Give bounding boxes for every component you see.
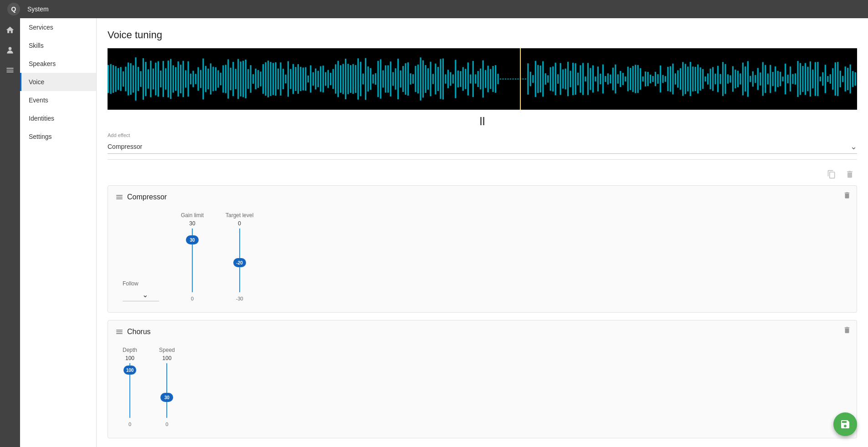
add-effect-value: Compressor [108, 143, 142, 150]
svg-rect-178 [547, 75, 549, 82]
svg-rect-195 [590, 68, 591, 90]
svg-rect-98 [347, 64, 349, 94]
chorus-delete-button[interactable] [843, 326, 851, 336]
svg-rect-246 [717, 66, 719, 92]
svg-rect-4 [113, 65, 114, 93]
svg-rect-16 [143, 58, 144, 100]
target-level-track[interactable]: -20 [239, 229, 240, 292]
menu-icon-button[interactable] [2, 62, 18, 78]
svg-rect-173 [535, 61, 536, 97]
svg-rect-193 [585, 76, 586, 81]
svg-rect-147 [470, 75, 471, 84]
svg-rect-49 [225, 65, 226, 93]
svg-rect-124 [412, 74, 414, 84]
svg-rect-87 [320, 66, 321, 91]
sidebar-item-skills[interactable]: Skills [20, 36, 96, 55]
delete-top-button[interactable] [842, 167, 857, 182]
svg-rect-96 [342, 64, 344, 94]
chorus-header: Chorus [115, 328, 849, 336]
svg-rect-239 [700, 67, 701, 91]
sidebar-item-settings[interactable]: Settings [20, 127, 96, 146]
chorus-sliders: Depth 100 100 0 Speed 100 30 0 [115, 343, 849, 431]
svg-rect-80 [303, 67, 304, 90]
svg-rect-158 [497, 74, 498, 84]
svg-rect-286 [817, 62, 818, 96]
svg-rect-153 [485, 70, 486, 88]
svg-rect-222 [657, 74, 658, 84]
svg-rect-189 [575, 63, 576, 95]
svg-rect-296 [842, 76, 843, 82]
svg-rect-252 [732, 66, 734, 91]
svg-rect-105 [365, 58, 366, 100]
svg-rect-31 [180, 65, 181, 93]
skills-icon-button[interactable] [2, 42, 18, 58]
svg-rect-133 [435, 64, 436, 95]
svg-rect-51 [230, 68, 231, 90]
app-title: System [27, 5, 49, 13]
svg-rect-161 [505, 79, 506, 80]
speed-track[interactable]: 30 [166, 363, 167, 418]
follow-group: Follow ⌄ [123, 280, 159, 301]
sidebar-item-speakers[interactable]: Speakers [20, 55, 96, 73]
gain-limit-thumb[interactable]: 30 [186, 235, 199, 244]
top-actions [108, 167, 857, 182]
sidebar-item-services[interactable]: Services [20, 18, 96, 36]
follow-arrow-icon: ⌄ [142, 290, 148, 299]
svg-rect-17 [145, 62, 146, 96]
speed-thumb[interactable]: 30 [160, 393, 173, 402]
svg-rect-95 [340, 65, 341, 93]
copy-button[interactable] [824, 167, 839, 182]
add-effect-dropdown[interactable]: Compressor ⌄ [108, 140, 857, 154]
svg-rect-282 [807, 67, 808, 91]
gain-limit-track[interactable]: 30 [192, 229, 193, 292]
svg-rect-186 [567, 62, 569, 97]
svg-rect-69 [275, 62, 276, 96]
svg-rect-140 [452, 74, 454, 83]
save-fab-button[interactable] [833, 412, 857, 436]
sidebar-item-identities[interactable]: Identities [20, 109, 96, 127]
svg-rect-74 [288, 61, 289, 97]
svg-rect-14 [138, 67, 139, 91]
svg-rect-70 [277, 69, 279, 90]
svg-rect-43 [210, 63, 211, 94]
svg-rect-59 [250, 65, 252, 93]
svg-rect-40 [202, 59, 204, 100]
svg-rect-6 [118, 68, 119, 90]
compressor-delete-button[interactable] [843, 191, 851, 202]
svg-rect-10 [128, 62, 129, 95]
svg-rect-226 [667, 67, 668, 91]
svg-rect-112 [382, 70, 384, 87]
svg-rect-46 [217, 70, 219, 87]
svg-rect-118 [397, 59, 399, 99]
depth-track[interactable]: 100 [129, 363, 130, 418]
svg-rect-199 [600, 74, 601, 84]
svg-rect-160 [502, 79, 503, 80]
svg-rect-18 [148, 69, 149, 88]
svg-rect-216 [642, 76, 643, 81]
svg-rect-207 [620, 71, 621, 87]
sidebar-item-voice[interactable]: Voice [20, 73, 96, 91]
svg-rect-21 [155, 63, 156, 96]
pause-button[interactable] [480, 117, 484, 125]
waveform-display[interactable]: /* waveform drawn via JS below */ [108, 48, 857, 110]
svg-rect-75 [290, 69, 291, 89]
follow-dropdown[interactable]: ⌄ [123, 289, 159, 301]
target-level-bottom-value: -30 [236, 296, 243, 301]
svg-rect-290 [827, 76, 828, 82]
svg-rect-72 [282, 69, 284, 89]
sidebar-item-events[interactable]: Events [20, 91, 96, 109]
svg-rect-131 [430, 62, 431, 97]
svg-rect-156 [492, 66, 493, 92]
svg-rect-294 [837, 62, 838, 96]
svg-rect-104 [362, 74, 364, 85]
svg-rect-33 [185, 70, 186, 87]
svg-rect-169 [525, 79, 526, 80]
svg-rect-19 [150, 61, 151, 97]
svg-rect-182 [557, 74, 559, 84]
home-icon-button[interactable] [2, 22, 18, 38]
svg-rect-27 [170, 59, 171, 99]
svg-rect-134 [437, 67, 439, 91]
target-level-thumb[interactable]: -20 [233, 258, 246, 267]
depth-thumb[interactable]: 100 [123, 366, 136, 375]
svg-rect-174 [537, 65, 539, 93]
